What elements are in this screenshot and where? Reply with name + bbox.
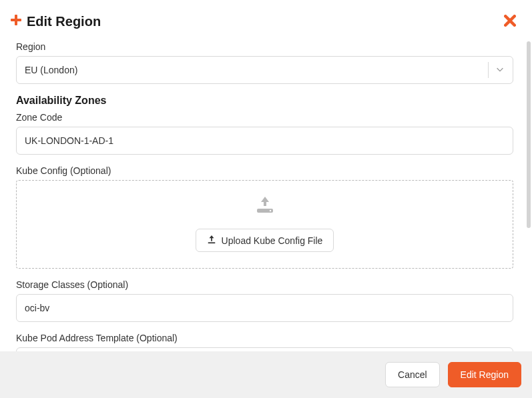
zone-code-label: Zone Code (16, 112, 513, 123)
header-title-group: Edit Region (11, 14, 101, 29)
region-select-value: EU (London) (25, 65, 481, 75)
edit-region-modal: Edit Region Region EU (London) Availabil… (0, 0, 532, 398)
kube-config-label: Kube Config (Optional) (16, 165, 513, 176)
region-select[interactable]: EU (London) (16, 56, 513, 84)
storage-classes-input[interactable] (16, 294, 513, 322)
kube-config-field: Kube Config (Optional) Upload Kube Confi… (16, 165, 513, 269)
svg-rect-1 (11, 19, 21, 21)
select-divider (488, 62, 489, 78)
availability-zones-heading: Availability Zones (16, 95, 513, 107)
modal-footer: Cancel Edit Region (0, 351, 532, 398)
cancel-button[interactable]: Cancel (385, 362, 440, 387)
modal-title: Edit Region (27, 14, 101, 29)
upload-button-label: Upload Kube Config File (222, 235, 323, 246)
modal-header: Edit Region (0, 0, 532, 41)
kube-config-dropzone[interactable]: Upload Kube Config File (16, 180, 513, 269)
svg-rect-4 (208, 242, 215, 243)
zone-code-field: Zone Code (16, 112, 513, 155)
kube-pod-template-field: Kube Pod Address Template (Optional) (16, 333, 513, 351)
region-label: Region (16, 41, 513, 52)
kube-pod-template-label: Kube Pod Address Template (Optional) (16, 333, 513, 343)
upload-icon (207, 235, 216, 246)
storage-classes-label: Storage Classes (Optional) (16, 279, 513, 290)
chevron-down-icon (495, 65, 505, 76)
storage-classes-field: Storage Classes (Optional) (16, 279, 513, 322)
zone-code-input[interactable] (16, 127, 513, 155)
close-icon[interactable] (504, 13, 516, 29)
edit-region-button[interactable]: Edit Region (448, 362, 521, 387)
scrollbar-thumb[interactable] (527, 41, 531, 228)
svg-point-3 (269, 210, 270, 211)
upload-kube-config-button[interactable]: Upload Kube Config File (196, 229, 334, 252)
plus-icon (11, 15, 21, 29)
modal-body: Region EU (London) Availability Zones Zo… (0, 41, 532, 351)
upload-cloud-icon (254, 194, 276, 218)
region-field: Region EU (London) (16, 41, 513, 84)
